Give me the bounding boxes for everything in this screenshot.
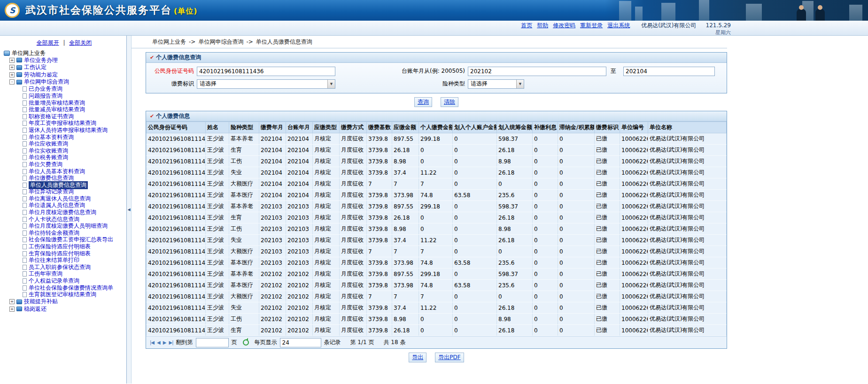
topnav-link[interactable]: 帮助 [537,22,548,30]
topnav-link[interactable]: 重新登录 [580,22,603,30]
table-row[interactable]: 420102196108111436王少波基本养老202103202103月核定… [147,201,727,212]
topnav-link[interactable]: 首页 [521,22,532,30]
per-page-input[interactable] [280,338,321,347]
tree-branch-label[interactable]: 技能提升补贴 [24,298,58,306]
tree-leaf[interactable]: 个人卡状态信息查询 [3,216,125,223]
tree-leaf[interactable]: 员工入职前参保状态查询 [3,264,125,271]
tree-branch[interactable]: +工伤认定 [3,64,125,71]
tree-leaf[interactable]: 单位离退休人员信息查询 [3,195,125,202]
tree-branch[interactable]: +单位业务办理 [3,57,125,64]
payment-flag-select[interactable]: 请选择 ▼ [197,79,335,89]
tree-leaf[interactable]: 单位基本资料查询 [3,134,125,141]
tree-branch-label[interactable]: 工伤认定 [24,63,46,71]
tree-leaf[interactable]: 已办业务查询 [3,86,125,93]
table-row[interactable]: 420102196108111436王少波基本养老202104202104月核定… [147,133,727,145]
tree-leaf[interactable]: 生育就医登记审核结果查询 [3,291,125,298]
table-row[interactable]: 420102196108111436王少波工伤202102202102月核定月度… [147,314,727,325]
last-page-button[interactable]: ▶| [169,340,173,345]
table-row[interactable]: 420102196108111436王少波大额医疗202103202103月核定… [147,246,727,257]
tree-leaf[interactable]: 社会保险缴费工资申报汇总表导出 [3,237,125,244]
tree-leaf[interactable]: 职称资格证书查询 [3,113,125,120]
tree-leaf[interactable]: 年度工资申报审核结果查询 [3,120,125,127]
expand-all-link[interactable]: 全部展开 [37,39,59,46]
tree-branch[interactable]: +技能提升补贴 [3,298,125,306]
table-row[interactable]: 420102196108111436王少波大额医疗202104202104月核定… [147,178,727,190]
table-cell: 420102196108111436 [147,291,206,302]
tree-leaf[interactable]: 个人权益记录单查询 [3,277,125,284]
column-header: 缴费年月 [259,122,286,133]
clear-button[interactable]: 清除 [441,97,458,107]
tree-leaf[interactable]: 单位月度核定缴费信息查询 [3,209,125,216]
tree-branch[interactable]: -单位网申综合查询 [3,78,125,86]
id-number-input[interactable] [197,67,335,76]
ledger-month-from-input[interactable] [468,67,606,76]
tree-leaf[interactable]: 批量减员审核结果查询 [3,106,125,113]
search-button[interactable]: 查询 [414,97,432,107]
tree-leaf[interactable]: 工伤年审查询 [3,271,125,278]
tree-leaf[interactable]: 单位月度核定缴费人员明细查询 [3,223,125,230]
table-row[interactable]: 420102196108111436王少波基本医疗202104202104月核定… [147,190,727,201]
prev-page-button[interactable]: ◀ [157,340,160,345]
topnav-link[interactable]: 修改密码 [553,22,575,30]
tree-leaf[interactable]: 退休人员待遇申报审核结果查询 [3,127,125,134]
table-row[interactable]: 420102196108111436王少波工伤202103202103月核定月度… [147,223,727,235]
tree-leaf[interactable]: 单位人员缴费信息查询 [3,182,125,189]
expand-toggle-icon[interactable]: + [9,58,15,63]
table-row[interactable]: 420102196108111436王少波工伤202104202104月核定月度… [147,156,727,167]
column-header: 险种类型 [229,122,259,133]
table-row[interactable]: 420102196108111436王少波生育202103202103月核定月度… [147,212,727,223]
tree-leaf[interactable]: 单位人员基本资料查询 [3,168,125,175]
tree-leaf[interactable]: 单位遗属人员信息查询 [3,202,125,209]
first-page-button[interactable]: |◀ [150,340,154,345]
tree-branch[interactable]: +劳动能力鉴定 [3,71,125,79]
tree-leaf[interactable]: 问题报告查询 [3,92,125,100]
column-header: 缴费标识 [595,122,620,133]
collapse-all-link[interactable]: 全部关闭 [69,39,92,46]
insurance-type-select[interactable]: 请选择 ▼ [468,79,524,89]
tree-leaf[interactable]: 单位社会保险参保缴费情况查询单 [3,284,125,292]
tree-leaf[interactable]: 单位欠费查询 [3,161,125,168]
table-row[interactable]: 420102196108111436王少波生育202102202102月核定月度… [147,325,727,336]
tree-leaf[interactable]: 单位往来结算单打印 [3,257,125,264]
tree-leaf[interactable]: 工伤保险待遇应付明细表 [3,243,125,250]
expand-toggle-icon[interactable]: + [9,65,15,70]
collapse-toggle-icon[interactable]: - [9,79,15,84]
tree-leaf[interactable]: 单位应收账查询 [3,140,125,147]
breadcrumb-item[interactable]: 单位网上业务 [152,38,186,45]
table-row[interactable]: 420102196108111436王少波生育202104202104月核定月度… [147,145,727,156]
collapse-sidebar-icon[interactable]: ◀ [127,207,130,212]
expand-toggle-icon[interactable]: + [9,307,15,312]
refresh-icon[interactable] [243,339,249,346]
topnav-link[interactable]: 退出系统 [607,22,630,30]
ledger-month-to-input[interactable] [623,67,715,76]
table-row[interactable]: 420102196108111436王少波基本医疗202102202102月核定… [147,280,727,291]
tree-leaf[interactable]: 单位税务账查询 [3,154,125,161]
goto-page-input[interactable] [196,338,229,347]
tree-leaf[interactable]: 生育保险待遇应付明细表 [3,250,125,257]
table-row[interactable]: 420102196108111436王少波失业202102202102月核定月度… [147,302,727,314]
tree-branch-label[interactable]: 劳动能力鉴定 [24,71,58,79]
table-row[interactable]: 420102196108111436王少波失业202103202103月核定月度… [147,235,727,246]
tree-branch[interactable]: +稳岗返还 [3,306,125,313]
tree-branch-label[interactable]: 稳岗返还 [24,305,46,313]
table-row[interactable]: 420102196108111436王少波基本医疗202103202103月核定… [147,257,727,269]
next-page-button[interactable]: ▶ [163,340,166,345]
tree-leaf[interactable]: 单位异动记录查询 [3,189,125,196]
expand-toggle-icon[interactable]: + [9,299,15,304]
table-row[interactable]: 420102196108111436王少波失业202104202104月核定月度… [147,167,727,178]
tree-leaf[interactable]: 批量增员审核结果查询 [3,100,125,107]
table-row[interactable]: 420102196108111436王少波大额医疗202102202102月核定… [147,291,727,302]
breadcrumb-item[interactable]: 单位人员缴费信息查询 [256,38,312,45]
export-button[interactable]: 导出 [409,353,426,362]
tree-root[interactable]: 单位网上业务 [3,50,125,57]
export-pdf-button[interactable]: 导出PDF [435,353,464,362]
expand-toggle-icon[interactable]: + [9,72,15,77]
tree-leaf[interactable]: 单位实收账查询 [3,147,125,154]
sidebar-splitter[interactable]: ◀ [127,36,132,384]
breadcrumb-item[interactable]: 单位网申综合查询 [198,38,243,45]
tree-leaf[interactable]: 单位缴费信息查询 [3,175,125,182]
tree-leaf[interactable]: 单位待转金余额查询 [3,230,125,237]
table-row[interactable]: 420102196108111436王少波基本养老202102202102月核定… [147,269,727,280]
tree-branch-label[interactable]: 单位业务办理 [24,56,58,64]
chevron-down-icon: ▼ [327,80,335,88]
